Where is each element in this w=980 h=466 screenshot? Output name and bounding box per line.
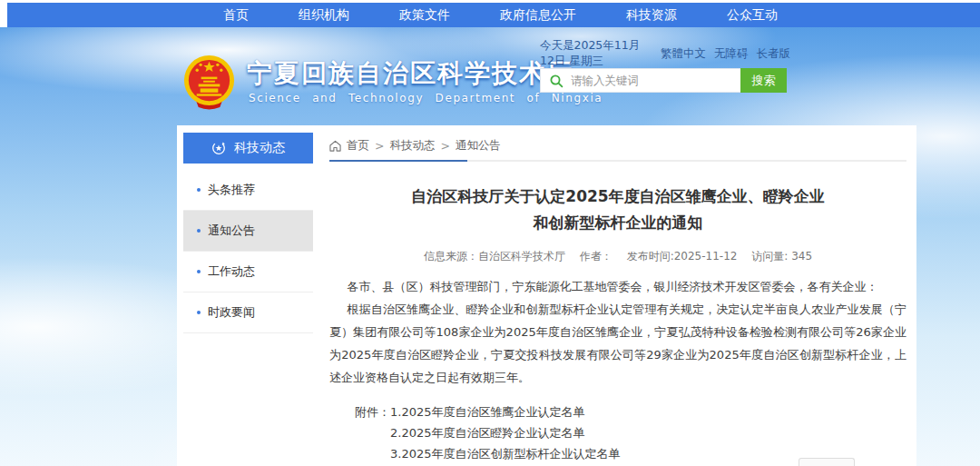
sidebar-list: 头条推荐 通知公告 工作动态 时政要闻 [183,170,313,333]
attachment-link-1[interactable]: 1.2025年度自治区雏鹰企业认定名单 [390,402,621,422]
sidebar-item-current-politics[interactable]: 时政要闻 [183,292,313,333]
article-title-line2: 和创新型标杆企业的通知 [329,210,906,236]
nav-item-sci-tech-resources[interactable]: 科技资源 [626,7,677,24]
attachments-block: 附件： 1.2025年度自治区雏鹰企业认定名单 2.2025年度自治区瞪羚企业认… [355,402,906,464]
breadcrumb-separator: > [440,139,449,153]
nav-item-policy-documents[interactable]: 政策文件 [399,7,450,24]
sidebar: 科技动态 头条推荐 通知公告 工作动态 时政要闻 [183,133,313,333]
site-subtitle: Science and Technology Department of Nin… [249,92,603,104]
sidebar-item-notices[interactable]: 通知公告 [183,211,313,252]
nav-item-home[interactable]: 首页 [223,7,249,24]
article-paragraph-1: 各市、县（区）科技管理部门，宁东能源化工基地管委会，银川经济技术开发区管委会，各… [329,275,906,298]
search-bar: 搜索 [540,68,787,93]
top-utility-bar: 今天是2025年11月12日 星期三 繁體中文 无障碍 长者版 [540,46,790,61]
search-button[interactable]: 搜索 [740,68,787,93]
sidebar-item-label: 工作动态 [208,263,255,280]
meta-publish-value: 2025-11-12 [674,250,738,263]
bullet-icon [197,270,201,273]
nav-item-organization[interactable]: 组织机构 [299,7,349,24]
nav-item-gov-info-disclosure[interactable]: 政府信息公开 [500,7,576,24]
top-navigation: 首页 组织机构 政策文件 政府信息公开 科技资源 公众互动 [7,3,980,27]
sidebar-header: 科技动态 [183,133,313,164]
attachments-list: 1.2025年度自治区雏鹰企业认定名单 2.2025年度自治区瞪羚企业认定名单 … [390,402,621,464]
nav-item-public-interaction[interactable]: 公众互动 [727,7,778,24]
breadcrumb-home[interactable]: 首页 [347,138,369,154]
floating-widget[interactable] [799,458,855,466]
meta-source-value: 自治区科学技术厅 [478,250,565,263]
bullet-icon [197,311,201,314]
star-circle-icon [211,141,226,155]
national-emblem-logo[interactable] [181,54,238,111]
breadcrumb-notices[interactable]: 通知公告 [456,138,501,154]
site-title[interactable]: 宁夏回族自治区科学技术厅 [247,56,573,91]
content-area: 首页 > 科技动态 > 通知公告 自治区科技厅关于认定2025年度自治区雏鹰企业… [329,134,906,464]
current-date-text: 今天是2025年11月12日 星期三 [540,38,652,69]
search-input[interactable] [569,73,740,88]
article-paragraph-2: 根据自治区雏鹰企业、瞪羚企业和创新型标杆企业认定管理有关规定，决定认定半亩良人农… [329,298,906,389]
attachments-label: 附件： [355,402,390,464]
traditional-chinese-link[interactable]: 繁體中文 [661,46,706,62]
sidebar-title: 科技动态 [234,140,285,156]
breadcrumb-sci-tech-news[interactable]: 科技动态 [389,138,435,154]
article-title: 自治区科技厅关于认定2025年度自治区雏鹰企业、瞪羚企业 和创新型标杆企业的通知 [329,183,906,236]
meta-views-value: 345 [791,250,812,263]
meta-source-label: 信息来源： [424,250,478,263]
sidebar-item-work-trends[interactable]: 工作动态 [183,252,313,292]
meta-views-label: 访问量: [751,250,788,263]
article-title-line1: 自治区科技厅关于认定2025年度自治区雏鹰企业、瞪羚企业 [329,183,906,210]
search-icon [549,74,564,88]
breadcrumb-divider [329,160,906,162]
article-body: 各市、县（区）科技管理部门，宁东能源化工基地管委会，银川经济技术开发区管委会，各… [329,275,906,389]
sidebar-item-headline-recommend[interactable]: 头条推荐 [183,170,313,211]
meta-publish-label: 发布时间: [627,250,674,263]
bullet-icon [197,188,201,192]
attachment-link-2[interactable]: 2.2025年度自治区瞪羚企业认定名单 [390,422,621,443]
elder-version-link[interactable]: 长者版 [757,46,791,62]
national-emblem-icon [181,54,238,111]
meta-author-label: 作者： [580,250,612,263]
main-panel: 科技动态 头条推荐 通知公告 工作动态 时政要闻 [177,125,916,466]
sidebar-item-label: 头条推荐 [208,182,255,198]
accessibility-link[interactable]: 无障碍 [714,46,749,62]
article-meta: 信息来源：自治区科学技术厅 作者： 发布时间:2025-11-12 访问量: 3… [329,249,906,264]
home-icon [329,140,341,152]
sidebar-item-label: 时政要闻 [208,304,255,321]
sidebar-item-label: 通知公告 [208,223,255,239]
attachment-link-3[interactable]: 3.2025年度自治区创新型标杆企业认定名单 [390,443,621,464]
bullet-icon [197,229,201,233]
breadcrumb: 首页 > 科技动态 > 通知公告 [329,134,906,156]
breadcrumb-separator: > [375,139,384,153]
